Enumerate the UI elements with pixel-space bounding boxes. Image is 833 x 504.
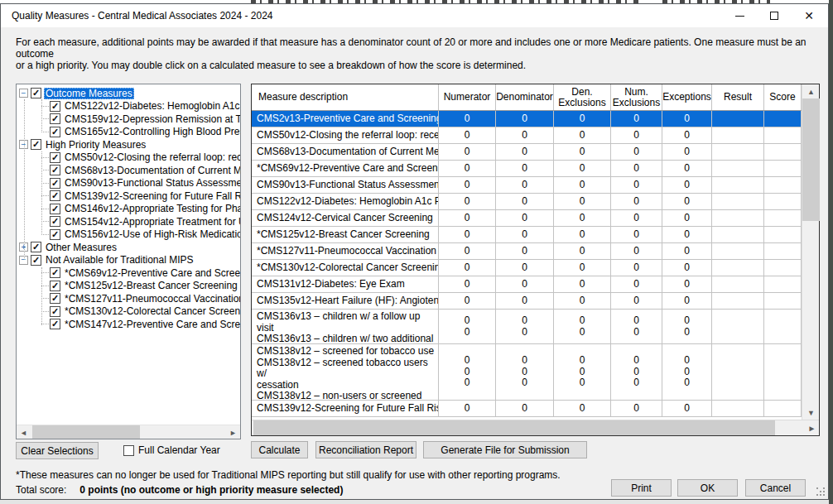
tree-item-label[interactable]: CMS68v13-Documentation of Current Medica [63, 165, 241, 176]
reconciliation-report-button[interactable]: Reconciliation Report [315, 441, 416, 458]
tree-item-checkbox[interactable] [50, 306, 60, 317]
table-row[interactable]: CMS139v12-Screening for Future Fall Risk… [252, 401, 802, 417]
tree-item-label[interactable]: CMS139v12-Screening for Future Fall Risk [63, 190, 241, 202]
generate-file-button[interactable]: Generate File for Submission [423, 441, 587, 458]
tree-item-label[interactable]: CMS146v12-Appropriate Testing for Pharyn… [63, 203, 241, 214]
tree-item[interactable]: CMS139v12-Screening for Future Fall Risk [17, 190, 240, 203]
tree-item[interactable]: CMS122v12-Diabetes: Hemoglobin A1c Poor [17, 100, 240, 113]
tree-item[interactable]: CMS50v12-Closing the referral loop: rece… [17, 151, 240, 165]
tree-item-checkbox[interactable] [50, 165, 60, 175]
tree-item-checkbox[interactable] [50, 178, 60, 189]
tree-item-checkbox[interactable] [31, 255, 41, 266]
tree-item-label[interactable]: CMS165v12-Controlling High Blood Pressur… [63, 126, 241, 137]
collapse-icon[interactable]: − [19, 89, 28, 98]
print-button[interactable]: Print [611, 479, 672, 497]
tree-item-label[interactable]: CMS156v12-Use of High-Risk Medications i… [63, 228, 241, 240]
calculate-button[interactable]: Calculate [251, 441, 308, 458]
table-row[interactable]: *CMS127v11-Pneumococcal Vaccination St..… [252, 243, 802, 260]
tree-item[interactable]: CMS90v13-Functional Status Assessment fo… [17, 177, 240, 190]
table-row[interactable]: *CMS130v12-Colorectal Cancer Screening00… [252, 260, 802, 276]
tree-item-checkbox[interactable] [50, 267, 60, 278]
scroll-right-icon[interactable]: ► [226, 425, 240, 439]
tree-item-checkbox[interactable] [50, 229, 60, 240]
tree-item-label[interactable]: *CMS130v12-Colorectal Cancer Screening [63, 305, 241, 317]
table-row[interactable]: CMS136v13 – children w/ a follow up visi… [252, 310, 802, 344]
table-row[interactable]: *CMS69v12-Preventive Care and Screening:… [252, 161, 802, 177]
tree-item-label[interactable]: Other Measures [44, 242, 118, 253]
tree-item[interactable]: CMS165v12-Controlling High Blood Pressur… [17, 126, 240, 139]
tree-item-checkbox[interactable] [50, 216, 60, 227]
full-calendar-year-checkbox[interactable]: Full Calendar Year [123, 444, 220, 456]
table-row[interactable]: CMS122v12-Diabetes: Hemoglobin A1c Poor.… [252, 194, 802, 210]
tree-item[interactable]: *CMS125v12-Breast Cancer Screening [17, 280, 240, 293]
table-row[interactable]: CMS138v12 – screened for tobacco use CMS… [252, 344, 802, 401]
scroll-left-icon[interactable]: ◄ [17, 425, 31, 439]
tree-item[interactable]: +Other Measures [17, 241, 240, 254]
tree-item[interactable]: −Not Available for Traditional MIPS [17, 254, 240, 267]
tree-item-label[interactable]: High Priority Measures [44, 139, 147, 151]
tree-item-label[interactable]: CMS90v13-Functional Status Assessment fo… [63, 177, 241, 189]
tree-item-label[interactable]: CMS154v12-Appropriate Treatment for Uppe… [63, 216, 241, 228]
tree-item-checkbox[interactable] [50, 204, 60, 214]
column-header[interactable]: Num. Exclusions [611, 84, 662, 110]
tree-item-label[interactable]: CMS159v12-Depression Remission at Twelve [63, 113, 241, 125]
table-row[interactable]: CMS50v12-Closing the referral loop: rece… [252, 127, 802, 144]
scrollbar-thumb[interactable] [32, 425, 140, 439]
tree-item[interactable]: −High Priority Measures [17, 138, 240, 151]
column-header[interactable]: Den. Exclusions [554, 84, 611, 110]
tree-item[interactable]: *CMS130v12-Colorectal Cancer Screening [17, 305, 240, 319]
tree-item[interactable]: CMS159v12-Depression Remission at Twelve [17, 113, 240, 126]
checkbox-box[interactable] [123, 445, 134, 456]
table-row[interactable]: CMS131v12-Diabetes: Eye Exam00000 [252, 276, 802, 293]
tree-item-label[interactable]: *CMS147v12-Preventive Care and Screening [63, 319, 241, 330]
tree-item-checkbox[interactable] [31, 139, 41, 150]
column-header[interactable]: Numerator [439, 84, 496, 110]
scrollbar-thumb[interactable] [802, 98, 820, 221]
tree-item[interactable]: *CMS127v11-Pneumococcal Vaccination Sta [17, 292, 240, 305]
minimize-button[interactable] [722, 4, 757, 27]
column-header[interactable]: Score [764, 84, 802, 110]
tree-item[interactable]: −Outcome Measures [17, 87, 240, 100]
tree-item[interactable]: CMS68v13-Documentation of Current Medica [17, 164, 240, 177]
table-row[interactable]: CMS2v13-Preventive Care and Screening: S… [252, 111, 802, 127]
tree-item-label[interactable]: *CMS125v12-Breast Cancer Screening [63, 280, 239, 291]
tree-item-label[interactable]: Not Available for Traditional MIPS [44, 254, 195, 266]
tree-item[interactable]: CMS146v12-Appropriate Testing for Pharyn… [17, 203, 240, 216]
table-row[interactable]: CMS135v12-Heart Failure (HF): Angiotensi… [252, 293, 802, 310]
column-header[interactable]: Measure description [252, 84, 439, 110]
grid-vertical-scrollbar[interactable]: ▲ ▼ [802, 84, 819, 420]
titlebar[interactable]: Quality Measures - Central Medical Assoc… [1, 4, 828, 27]
tree-item[interactable]: *CMS147v12-Preventive Care and Screening [17, 318, 240, 331]
tree-horizontal-scrollbar[interactable]: ◄ ► [17, 425, 240, 439]
scroll-down-icon[interactable]: ▼ [802, 406, 820, 420]
tree-item-label[interactable]: *CMS127v11-Pneumococcal Vaccination Sta [63, 293, 241, 305]
column-header[interactable]: Denominator [496, 84, 554, 110]
tree-item-checkbox[interactable] [50, 152, 60, 163]
scrollbar-thumb[interactable] [253, 420, 775, 435]
table-row[interactable]: CMS124v12-Cervical Cancer Screening00000 [252, 210, 802, 227]
maximize-button[interactable] [757, 4, 792, 27]
clear-selections-button[interactable]: Clear Selections [16, 442, 99, 459]
column-header[interactable]: Exceptions [662, 84, 712, 110]
tree-item-label[interactable]: CMS50v12-Closing the referral loop: rece… [63, 151, 241, 163]
tree-item-label[interactable]: CMS122v12-Diabetes: Hemoglobin A1c Poor [63, 100, 241, 112]
tree-item[interactable]: CMS156v12-Use of High-Risk Medications i… [17, 228, 240, 242]
tree-item-checkbox[interactable] [50, 101, 60, 112]
table-row[interactable]: CMS68v13-Documentation of Current Medic.… [252, 144, 802, 161]
scroll-right-icon[interactable]: ► [805, 420, 819, 435]
tree-item-checkbox[interactable] [31, 242, 41, 252]
column-header[interactable]: Result [712, 84, 764, 110]
tree-item-label[interactable]: *CMS69v12-Preventive Care and Screening: [63, 267, 241, 279]
tree-item-label[interactable]: Outcome Measures [44, 88, 134, 99]
table-row[interactable]: CMS90v13-Functional Status Assessment fo… [252, 177, 802, 194]
tree-item-checkbox[interactable] [50, 127, 60, 137]
tree-item-checkbox[interactable] [50, 190, 60, 201]
tree-item-checkbox[interactable] [50, 319, 60, 329]
grid-horizontal-scrollbar[interactable]: ► [252, 420, 819, 435]
tree-item-checkbox[interactable] [50, 293, 60, 304]
tree-item-checkbox[interactable] [31, 88, 41, 98]
resize-grip[interactable] [816, 487, 825, 496]
cancel-button[interactable]: Cancel [745, 479, 806, 497]
close-button[interactable]: ✕ [792, 4, 826, 27]
ok-button[interactable]: OK [677, 479, 738, 497]
